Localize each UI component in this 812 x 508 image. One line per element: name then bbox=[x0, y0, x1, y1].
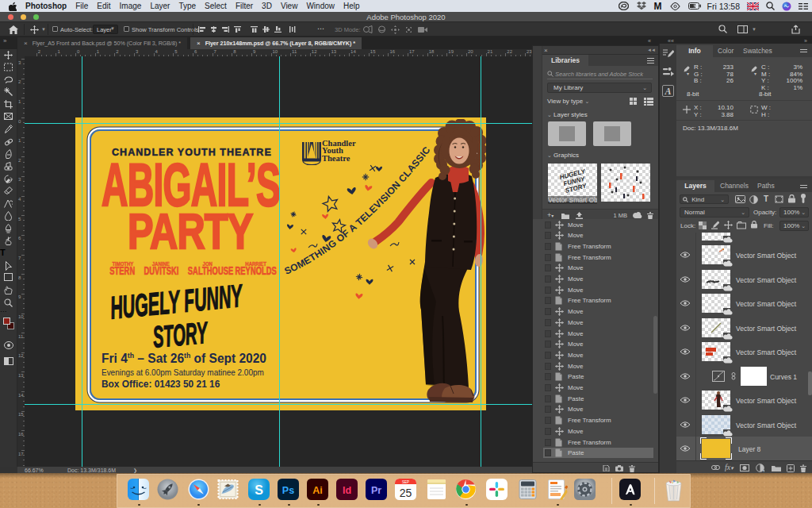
svg-text:Id: Id bbox=[343, 485, 351, 496]
svg-text:▾: ▾ bbox=[763, 468, 764, 472]
svg-text:Pr: Pr bbox=[371, 485, 381, 496]
svg-text:Ps: Ps bbox=[282, 485, 294, 496]
svg-text:25: 25 bbox=[400, 487, 412, 499]
svg-text:Ai: Ai bbox=[312, 485, 323, 496]
svg-text:SEP: SEP bbox=[402, 480, 409, 484]
svg-text:S: S bbox=[255, 483, 263, 497]
